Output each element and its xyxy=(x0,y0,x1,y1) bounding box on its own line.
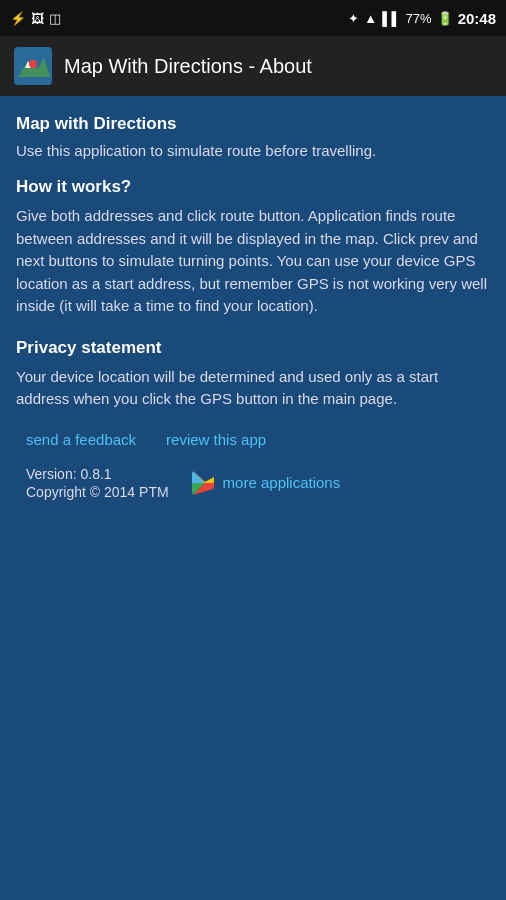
version-info: Version: 0.8.1 Copyright © 2014 PTM xyxy=(26,466,169,500)
review-app-link[interactable]: review this app xyxy=(166,431,266,448)
app-bar-title: Map With Directions - About xyxy=(64,55,312,78)
privacy-title: Privacy statement xyxy=(16,338,490,358)
nfc-icon: ◫ xyxy=(49,11,61,26)
status-right-icons: ✦ ▲ ▌▌ 77% 🔋 20:48 xyxy=(348,10,496,27)
version-number: Version: 0.8.1 xyxy=(26,466,169,482)
image-icon: 🖼 xyxy=(31,11,44,26)
version-row: Version: 0.8.1 Copyright © 2014 PTM more xyxy=(16,466,490,500)
app-bar: Map With Directions - About xyxy=(0,36,506,96)
battery-percent: 77% xyxy=(406,11,432,26)
more-applications-link[interactable]: more applications xyxy=(223,474,341,491)
signal-icon: ▌▌ xyxy=(382,11,400,26)
privacy-text: Your device location will be determined … xyxy=(16,366,490,411)
battery-icon: 🔋 xyxy=(437,11,453,26)
bluetooth-icon: ✦ xyxy=(348,11,359,26)
play-store-icon xyxy=(189,469,217,497)
svg-marker-11 xyxy=(192,472,203,483)
more-apps-row: more applications xyxy=(189,469,341,497)
how-it-works-text: Give both addresses and click route butt… xyxy=(16,205,490,318)
app-logo-icon xyxy=(14,47,52,85)
app-description: Use this application to simulate route b… xyxy=(16,140,490,161)
how-it-works-title: How it works? xyxy=(16,177,490,197)
status-bar: ⚡ 🖼 ◫ ✦ ▲ ▌▌ 77% 🔋 20:48 xyxy=(0,0,506,36)
copyright-text: Copyright © 2014 PTM xyxy=(26,484,169,500)
wifi-icon: ▲ xyxy=(364,11,377,26)
usb-icon: ⚡ xyxy=(10,11,26,26)
status-left-icons: ⚡ 🖼 ◫ xyxy=(10,11,61,26)
app-name: Map with Directions xyxy=(16,114,490,134)
send-feedback-link[interactable]: send a feedback xyxy=(26,431,136,448)
status-time: 20:48 xyxy=(458,10,496,27)
links-row: send a feedback review this app xyxy=(16,431,490,448)
svg-marker-14 xyxy=(203,477,214,483)
content-area: Map with Directions Use this application… xyxy=(0,96,506,516)
